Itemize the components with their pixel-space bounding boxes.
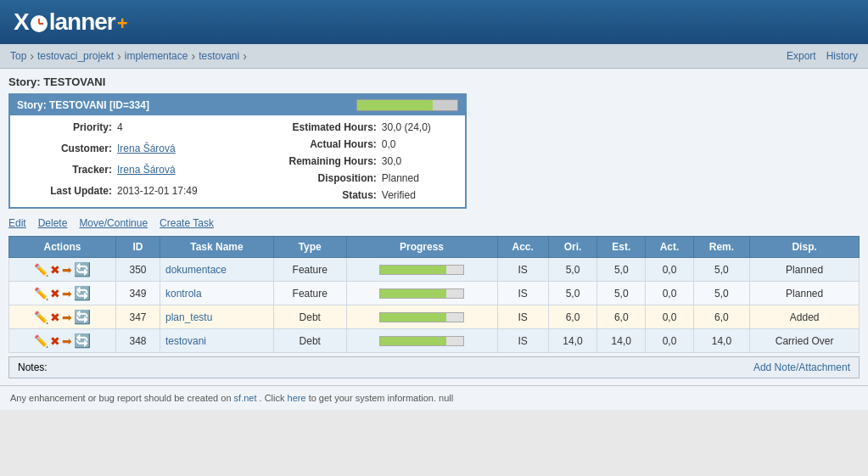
edit-icon[interactable]: ✏️: [34, 263, 48, 277]
task-progress-cell: [346, 258, 497, 282]
breadcrumb-sep-1: ›: [30, 49, 34, 63]
task-id-cell: 350: [115, 258, 160, 282]
export-link[interactable]: Export: [787, 50, 816, 62]
refresh-icon[interactable]: 🔄: [74, 333, 91, 349]
tracker-label: Tracker:: [17, 161, 117, 182]
task-actions-cell: ✏️ ✖ ➡ 🔄: [9, 258, 116, 282]
task-progress-container: [379, 336, 464, 346]
logo-text: lanner: [49, 8, 115, 35]
col-task-name: Task Name: [160, 237, 274, 258]
task-actions-cell: ✏️ ✖ ➡ 🔄: [9, 329, 116, 353]
story-detail-table: Story: TESTOVANI [ID=334] Priority: 4 Cu…: [8, 93, 467, 209]
task-type-cell: Feature: [273, 258, 346, 282]
refresh-icon[interactable]: 🔄: [74, 285, 91, 301]
logo: Xlanner+: [14, 8, 127, 36]
add-note-link[interactable]: Add Note/Attachment: [753, 361, 850, 373]
col-disp: Disp.: [750, 237, 860, 258]
task-est-cell: 5,0: [597, 282, 646, 305]
task-est-cell: 6,0: [597, 305, 646, 329]
table-row: ✏️ ✖ ➡ 🔄 348testovaniDebtIS14,014,00,014…: [9, 329, 860, 353]
edit-icon[interactable]: ✏️: [34, 287, 48, 300]
story-table-title: Story: TESTOVANI [ID=334]: [17, 99, 149, 111]
task-name-cell: plan_testu: [160, 305, 274, 329]
task-est-cell: 14,0: [597, 329, 646, 353]
story-row-priority: Priority: 4: [17, 119, 238, 140]
notes-bar: Notes: Add Note/Attachment: [8, 356, 860, 378]
move-icon[interactable]: ➡: [62, 311, 72, 324]
story-label: Story: TESTOVANI: [8, 76, 860, 88]
task-actions-cell: ✏️ ✖ ➡ 🔄: [9, 282, 116, 305]
status-label: Status:: [238, 187, 382, 204]
task-progress-fill: [380, 289, 446, 298]
task-rem-cell: 5,0: [693, 282, 750, 305]
refresh-icon[interactable]: 🔄: [74, 261, 91, 277]
task-ori-cell: 5,0: [548, 282, 596, 305]
delete-icon[interactable]: ✖: [50, 263, 60, 277]
create-task-link[interactable]: Create Task: [160, 217, 214, 229]
lastupdate-value: 2013-12-01 17:49: [117, 182, 238, 204]
rem-hours-value: 30,0: [382, 153, 458, 170]
breadcrumb-testovani[interactable]: testovani: [199, 50, 239, 62]
task-acc-cell: IS: [497, 282, 548, 305]
breadcrumb-implementace[interactable]: implementace: [125, 50, 188, 62]
move-continue-link[interactable]: Move/Continue: [79, 217, 148, 229]
tracker-link[interactable]: Irena Šárová: [117, 164, 176, 176]
task-acc-cell: IS: [497, 329, 548, 353]
disp-label: Disposition:: [238, 170, 382, 187]
task-disp-cell: Planned: [750, 258, 860, 282]
header: Xlanner+: [0, 0, 868, 44]
edit-icon[interactable]: ✏️: [34, 334, 48, 348]
refresh-icon[interactable]: 🔄: [74, 309, 91, 325]
story-left: Priority: 4 Customer: Irena Šárová Track…: [17, 119, 238, 204]
task-est-cell: 5,0: [597, 258, 646, 282]
breadcrumb-top[interactable]: Top: [10, 50, 26, 62]
here-link[interactable]: here: [288, 393, 306, 403]
edit-icon[interactable]: ✏️: [34, 311, 48, 324]
task-name-link[interactable]: testovani: [165, 335, 206, 347]
story-row-status: Status: Verified: [238, 187, 458, 204]
story-row-act: Actual Hours: 0,0: [238, 136, 458, 153]
action-icons: ✏️ ✖ ➡ 🔄: [14, 261, 110, 277]
task-name-link[interactable]: kontrola: [165, 288, 202, 300]
breadcrumb-project[interactable]: testovaci_projekt: [37, 50, 114, 62]
story-progress-bar: [357, 100, 433, 110]
story-row-rem: Remaining Hours: 30,0: [238, 153, 458, 170]
task-disp-cell: Added: [750, 305, 860, 329]
breadcrumb-sep-4: ›: [243, 49, 247, 63]
task-name-cell: testovani: [160, 329, 274, 353]
task-table-header-row: Actions ID Task Name Type Progress Acc. …: [9, 237, 860, 258]
delete-icon[interactable]: ✖: [50, 334, 60, 348]
col-ori: Ori.: [548, 237, 596, 258]
col-type: Type: [273, 237, 346, 258]
story-table-header: Story: TESTOVANI [ID=334]: [10, 95, 465, 115]
disp-value: Planned: [382, 170, 458, 187]
customer-link[interactable]: Irena Šárová: [117, 143, 176, 154]
story-row-customer: Customer: Irena Šárová: [17, 140, 238, 161]
story-detail: Priority: 4 Customer: Irena Šárová Track…: [10, 115, 465, 207]
task-type-cell: Debt: [273, 329, 346, 353]
history-link[interactable]: History: [826, 50, 858, 62]
task-ori-cell: 6,0: [548, 305, 596, 329]
col-progress: Progress: [346, 237, 497, 258]
edit-link[interactable]: Edit: [8, 217, 26, 229]
notes-label: Notes:: [18, 361, 48, 373]
delete-icon[interactable]: ✖: [50, 311, 60, 324]
task-name-link[interactable]: plan_testu: [165, 311, 212, 323]
move-icon[interactable]: ➡: [62, 263, 72, 277]
story-progress-bar-container: [356, 99, 458, 111]
task-progress-fill: [380, 337, 446, 345]
story-right: Estimated Hours: 30,0 (24,0) Actual Hour…: [238, 119, 458, 204]
col-est: Est.: [597, 237, 646, 258]
delete-icon[interactable]: ✖: [50, 287, 60, 300]
move-icon[interactable]: ➡: [62, 287, 72, 300]
rem-hours-label: Remaining Hours:: [238, 153, 382, 170]
delete-link[interactable]: Delete: [38, 217, 68, 229]
move-icon[interactable]: ➡: [62, 334, 72, 348]
act-hours-value: 0,0: [382, 136, 458, 153]
task-name-link[interactable]: dokumentace: [165, 264, 227, 276]
task-progress-cell: [346, 282, 497, 305]
task-rem-cell: 14,0: [693, 329, 750, 353]
task-actions-cell: ✏️ ✖ ➡ 🔄: [9, 305, 116, 329]
sf-net-link[interactable]: sf.net: [234, 393, 257, 403]
task-type-cell: Debt: [273, 305, 346, 329]
